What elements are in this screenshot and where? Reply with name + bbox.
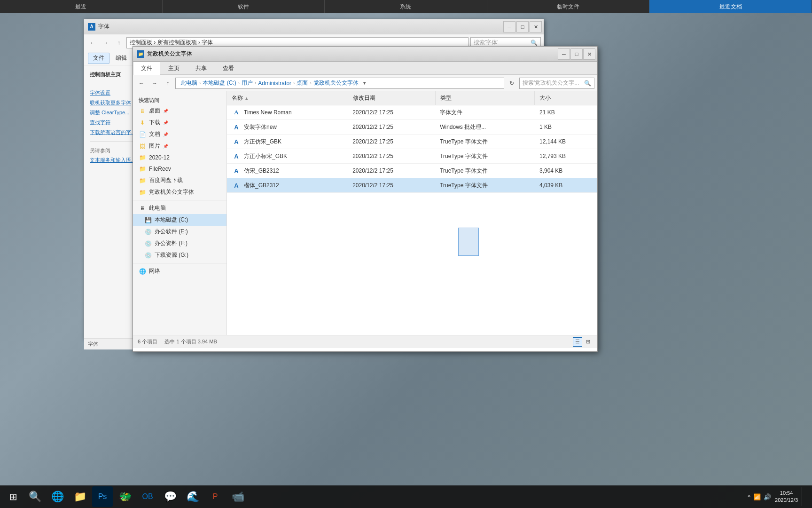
top-tab-software[interactable]: 软件	[163, 0, 325, 13]
taskbar-explorer[interactable]: 📁	[70, 486, 90, 507]
sidebar-download-icon: ⬇	[139, 119, 146, 127]
cp-title-icon: A	[88, 23, 95, 31]
taskbar-ppt[interactable]: P	[205, 486, 226, 507]
bc-users[interactable]: 用户	[241, 79, 254, 87]
cp-up-btn[interactable]: ↑	[113, 37, 125, 48]
sidebar-g-label: 下载资源 (G:)	[155, 251, 188, 259]
wf-refresh-btn[interactable]: ↻	[506, 78, 517, 89]
file-name-4: A 仿宋_GB2312	[227, 164, 348, 178]
taskbar-search[interactable]: 🔍	[24, 486, 45, 507]
file-row-3[interactable]: A 方正小标宋_GBK 2020/12/2 17:25 TrueType 字体文…	[227, 149, 597, 164]
cp-back-btn[interactable]: ←	[87, 37, 98, 48]
sidebar-dangzheng-icon: 📁	[139, 189, 146, 196]
sidebar-item-pics[interactable]: 🖼 图片 📌	[133, 140, 226, 152]
sidebar-filerecv-icon: 📁	[139, 165, 146, 173]
file-row-0[interactable]: A Times New Roman 2020/12/2 17:25 字体文件 2…	[227, 105, 597, 120]
sidebar-item-2020-12[interactable]: 📁 2020-12	[133, 152, 226, 163]
sidebar-network[interactable]: 🌐 网络	[133, 265, 226, 277]
taskbar-chrome[interactable]: 🌐	[47, 486, 68, 507]
top-tab-temp[interactable]: 临时文件	[487, 0, 650, 13]
wf-back-btn[interactable]: ←	[136, 78, 147, 89]
taskbar-date-display: 2020/12/3	[775, 497, 798, 504]
sidebar-download-pin: 📌	[163, 120, 168, 125]
cp-toolbar-edit[interactable]: 编辑	[110, 53, 132, 64]
bc-dropdown-arrow[interactable]: ▼	[362, 80, 367, 86]
sidebar-desktop-label: 桌面	[149, 107, 160, 115]
sidebar-drive-f[interactable]: 💿 办公资料 (F:)	[133, 238, 226, 249]
wf-up-btn[interactable]: ↑	[162, 78, 173, 89]
sidebar-this-pc[interactable]: 🖥 此电脑	[133, 202, 226, 214]
wf-minimize-btn[interactable]: ─	[558, 48, 570, 60]
cp-close-btn[interactable]: ✕	[530, 21, 542, 32]
wf-maximize-btn[interactable]: □	[570, 48, 583, 60]
bc-folder[interactable]: 党政机关公文字体	[312, 79, 359, 87]
top-taskbar: 最近 软件 系统 临时文件 最近文档	[0, 0, 812, 13]
taskbar-clock[interactable]: 10:54 2020/12/3	[775, 490, 798, 504]
wf-ribbon-tabs: 文件 主页 共享 查看	[133, 62, 597, 75]
sidebar-drive-e[interactable]: 💿 办公软件 (E:)	[133, 226, 226, 238]
bc-drive-c[interactable]: 本地磁盘 (C:)	[202, 79, 237, 87]
wf-view-details-btn[interactable]: ☰	[573, 337, 582, 347]
start-button[interactable]: ⊞	[4, 487, 23, 506]
top-tab-docs[interactable]: 最近文档	[649, 0, 812, 13]
sidebar-e-icon: 💿	[144, 228, 152, 236]
sidebar-drive-g[interactable]: 💿 下载资源 (G:)	[133, 249, 226, 261]
col-date[interactable]: 修改日期	[348, 91, 435, 105]
wf-title-icon: 📁	[137, 50, 144, 58]
taskbar-network-icon[interactable]: 📶	[753, 493, 761, 500]
col-size[interactable]: 大小	[535, 91, 597, 105]
file-type-1: Windows 批处理...	[435, 120, 535, 135]
file-row-1[interactable]: A 安装字体new 2020/12/2 17:25 Windows 批处理...…	[227, 120, 597, 135]
wf-tab-home[interactable]: 主页	[160, 62, 187, 74]
sidebar-network-icon: 🌐	[139, 268, 146, 275]
cp-minimize-btn[interactable]: ─	[503, 21, 515, 32]
wf-forward-btn[interactable]: →	[149, 78, 160, 89]
wf-tab-file[interactable]: 文件	[133, 62, 160, 75]
sidebar-item-docs[interactable]: 📄 文档 📌	[133, 128, 226, 140]
col-type[interactable]: 类型	[435, 91, 535, 105]
taskbar-ps[interactable]: Ps	[92, 486, 113, 507]
sidebar-item-dangzheng[interactable]: 📁 党政机关公文字体	[133, 186, 226, 198]
file-name-5: A 楷体_GB2312	[227, 178, 348, 193]
wf-breadcrumb[interactable]: 此电脑 › 本地磁盘 (C:) › 用户 › Administrator › 桌…	[175, 78, 504, 89]
taskbar-outlook[interactable]: OB	[137, 486, 158, 507]
taskbar-app1[interactable]: 🐲	[115, 486, 135, 507]
wf-file-table: 名称 ▲ 修改日期 类型 大小 A Times New Roman	[227, 91, 597, 193]
bc-this-pc[interactable]: 此电脑	[180, 79, 198, 87]
file-date-2: 2020/12/2 17:25	[348, 135, 435, 149]
sidebar-item-desktop[interactable]: 🖥 桌面 📌	[133, 105, 226, 117]
taskbar-chevron-icon[interactable]: ^	[748, 493, 750, 500]
cp-forward-btn[interactable]: →	[100, 37, 111, 48]
sidebar-f-label: 办公资料 (F:)	[155, 239, 187, 247]
sidebar-desktop-icon: 🖥	[139, 107, 146, 115]
bc-admin[interactable]: Administrator	[257, 80, 292, 87]
cp-maximize-btn[interactable]: □	[516, 21, 529, 32]
wf-tab-share[interactable]: 共享	[187, 62, 215, 74]
file-name-2: A 方正仿宋_GBK	[227, 135, 348, 149]
taskbar-volume-icon[interactable]: 🔊	[764, 493, 771, 500]
sidebar-item-filerecv[interactable]: 📁 FileRecv	[133, 163, 226, 175]
taskbar-app2[interactable]: 🌊	[182, 486, 203, 507]
wf-view-large-btn[interactable]: ⊞	[583, 337, 593, 347]
bc-desktop[interactable]: 桌面	[296, 79, 309, 87]
top-tab-recent[interactable]: 最近	[0, 0, 163, 13]
wf-close-btn[interactable]: ✕	[583, 48, 595, 60]
taskbar-wechat[interactable]: 💬	[160, 486, 180, 507]
wf-tab-view[interactable]: 查看	[215, 62, 242, 74]
sidebar-drive-c[interactable]: 💾 本地磁盘 (C:)	[133, 214, 226, 226]
col-name[interactable]: 名称 ▲	[227, 91, 348, 105]
top-tab-system[interactable]: 系统	[325, 0, 487, 13]
cp-toolbar-file[interactable]: 文件	[88, 53, 109, 64]
wf-search-box[interactable]: 搜索'党政机关公文字... 🔍	[519, 78, 594, 89]
file-row-5[interactable]: A 楷体_GB2312 2020/12/2 17:25 TrueType 字体文…	[227, 178, 597, 193]
taskbar-right: ^ 📶 🔊 10:54 2020/12/3	[748, 487, 808, 506]
file-row-4[interactable]: A 仿宋_GB2312 2020/12/2 17:25 TrueType 字体文…	[227, 164, 597, 178]
file-type-0: 字体文件	[435, 105, 535, 120]
taskbar-show-desktop[interactable]	[802, 487, 804, 506]
sidebar-docs-icon: 📄	[139, 131, 146, 138]
sidebar-item-baidu[interactable]: 📁 百度网盘下载	[133, 175, 226, 186]
taskbar-video[interactable]: 📹	[227, 486, 248, 507]
file-row-2[interactable]: A 方正仿宋_GBK 2020/12/2 17:25 TrueType 字体文件…	[227, 135, 597, 149]
sidebar-item-download[interactable]: ⬇ 下载 📌	[133, 117, 226, 128]
wf-statusbar: 6 个项目 选中 1 个项目 3.94 MB ☰ ⊞	[133, 335, 597, 348]
